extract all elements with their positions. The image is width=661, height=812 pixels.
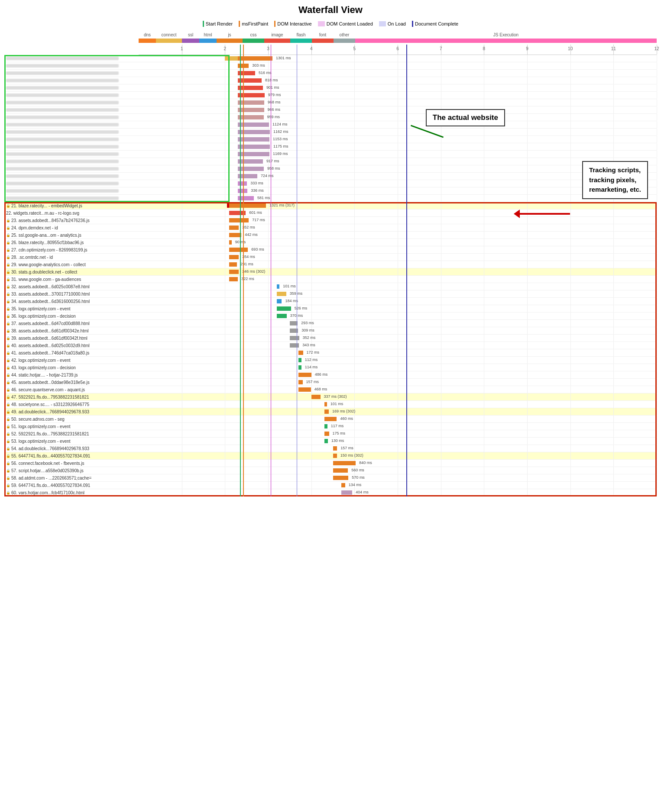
grid-line	[182, 165, 182, 172]
grid-line	[570, 246, 571, 253]
url-cell: 🔒23. assets.adobedt...8457a7b2476236.js	[4, 218, 139, 223]
grid-line	[225, 224, 225, 231]
grid-line	[613, 202, 614, 209]
grid-line	[354, 209, 355, 216]
grid-line	[657, 136, 657, 143]
grid-line	[484, 416, 484, 422]
grid-line	[484, 335, 484, 342]
grid-line	[570, 357, 571, 364]
url-blurred	[6, 167, 119, 171]
bar-segment	[229, 262, 237, 267]
bar-label: 359 ms	[289, 291, 303, 296]
bar-segment	[238, 137, 269, 142]
url-cell: 🔒41. assets.adobedt...746d47ca018a80.js	[4, 350, 139, 356]
lock-icon: 🔒	[6, 351, 10, 355]
grid-line	[182, 276, 182, 283]
grid-line	[398, 452, 398, 459]
timeline-cell: 693 ms	[139, 246, 657, 253]
timeline-rows-wrapper: 123456789101112 1301 ms303 ms516 ms818 m…	[4, 45, 657, 496]
grid-line	[311, 143, 312, 150]
grid-line	[354, 386, 355, 393]
grid-line	[182, 114, 182, 121]
bar-label: 134 ms	[348, 483, 362, 487]
grid-line	[570, 349, 571, 356]
bar-segment	[229, 240, 232, 245]
grid-line	[182, 173, 182, 180]
grid-line	[182, 224, 182, 231]
grid-line	[527, 423, 528, 430]
grid-line	[398, 305, 398, 312]
grid-line	[484, 165, 484, 172]
url-cell	[4, 122, 139, 127]
bar-segment	[324, 409, 329, 414]
grid-line	[527, 305, 528, 312]
timeline-cell: 370 ms	[139, 313, 657, 319]
url-cell: 🔒34. assets.adobedt...6d3616000256.html	[4, 299, 139, 304]
grid-line	[657, 438, 657, 445]
grid-line	[225, 173, 225, 180]
grid-line	[441, 187, 441, 194]
timeline-cell: 1321 ms (317)	[139, 202, 657, 209]
grid-line	[225, 70, 225, 77]
url-text: 31. www.google.com - ga-audiences	[11, 277, 81, 282]
grid-line	[268, 460, 269, 467]
table-row: 🔒31. www.google.com - ga-audiences322 ms	[4, 276, 657, 283]
table-row: 1169 ms	[4, 151, 657, 158]
legend: Start Render msFirstPaint DOM Interactiv…	[4, 21, 657, 27]
grid-line	[657, 158, 657, 165]
bar-segment	[238, 100, 264, 105]
table-row: 🔒41. assets.adobedt...746d47ca018a80.js1…	[4, 349, 657, 357]
grid-line	[613, 84, 614, 91]
grid-line	[182, 438, 182, 445]
table-row: 🔒21. blaze.ratecity... - embedWidget.js1…	[4, 202, 657, 209]
grid-line	[311, 151, 312, 158]
tick-label-2: 2	[224, 46, 227, 51]
url-blurred	[6, 123, 119, 126]
bar-segment	[333, 446, 337, 451]
grid-line	[484, 445, 484, 452]
grid-line	[441, 180, 441, 187]
grid-line	[268, 357, 269, 364]
url-text: 42. logx.optimizely.com - event	[11, 358, 71, 363]
grid-line	[527, 474, 528, 481]
tick-label-11: 11	[611, 46, 616, 51]
lock-icon: 🔒	[6, 336, 10, 340]
grid-line	[657, 283, 657, 290]
grid-line	[398, 268, 398, 275]
grid-line	[225, 114, 225, 121]
grid-line	[657, 416, 657, 422]
lock-icon: 🔒	[6, 263, 10, 267]
grid-line	[182, 84, 182, 91]
url-cell: 🔒21. blaze.ratecity... - embedWidget.js	[4, 203, 139, 209]
lock-icon: 🔒	[6, 366, 10, 370]
table-row: 🔒28. .sc.omtrdc.net - id354 ms	[4, 254, 657, 261]
grid-line	[398, 408, 398, 415]
grid-line	[657, 121, 657, 128]
grid-line	[613, 386, 614, 393]
grid-line	[570, 364, 571, 371]
grid-line	[613, 261, 614, 268]
grid-line	[484, 129, 484, 135]
url-text: 40. assets.adobedt...6d025c0032d9.html	[11, 343, 90, 348]
bar-segment	[229, 248, 248, 252]
grid-line	[527, 129, 528, 135]
table-row: 🔒57. script.hotjar....a558e0d025390b.js5…	[4, 467, 657, 474]
bar-segment	[298, 373, 311, 377]
grid-line	[527, 151, 528, 158]
grid-line	[268, 342, 269, 349]
url-text: 35. logx.optimizely.com - event	[11, 306, 71, 311]
grid-line	[484, 489, 484, 496]
grid-line	[527, 70, 528, 77]
url-cell	[4, 167, 139, 171]
grid-line	[657, 129, 657, 135]
url-blurred	[6, 108, 119, 112]
grid-line	[225, 379, 225, 386]
grid-line	[613, 62, 614, 69]
grid-line	[657, 232, 657, 238]
grid-line	[354, 136, 355, 143]
table-row: 🔒48. societyone.sc.... - s33123926646775…	[4, 401, 657, 408]
grid-line	[225, 129, 225, 135]
grid-line	[354, 165, 355, 172]
table-row: 516 ms	[4, 70, 657, 77]
bar-label: 959 ms	[266, 115, 280, 119]
